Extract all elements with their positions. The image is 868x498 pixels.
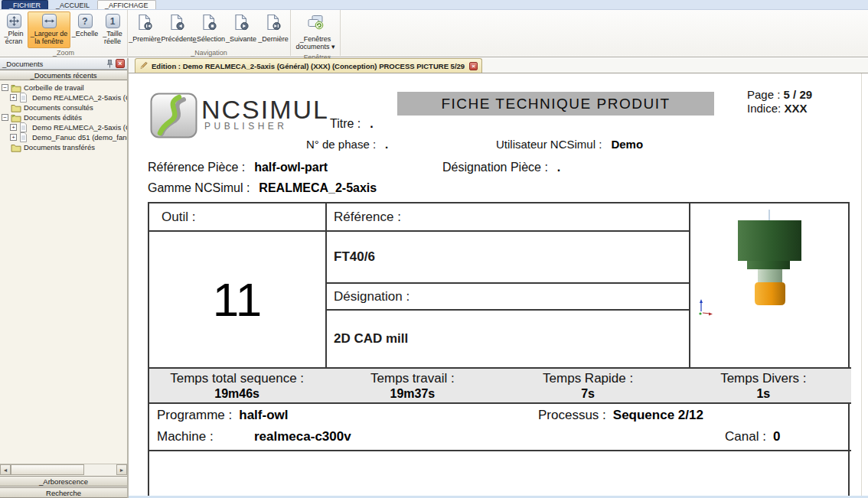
reference-piece-label: Référence Pièce : bbox=[148, 161, 245, 174]
scroll-left-button[interactable]: ◄ bbox=[0, 464, 11, 475]
indice-value: XXX bbox=[784, 102, 807, 115]
scale-button[interactable]: ? _Echelle bbox=[72, 11, 98, 48]
tab-affichage[interactable]: _AFFICHAGE bbox=[97, 0, 156, 9]
button-label: _Taille réelle bbox=[101, 30, 124, 45]
empty-section bbox=[149, 451, 851, 498]
temps-travail-cell: Temps travail : 19m37s bbox=[325, 369, 500, 402]
fullscreen-button[interactable]: _Plein écran bbox=[2, 11, 26, 48]
temps-rapide-label: Temps Rapide : bbox=[543, 371, 633, 386]
processus-label: Processus : bbox=[538, 408, 606, 423]
scrollbar-track[interactable] bbox=[11, 464, 116, 475]
fullscreen-icon bbox=[7, 14, 21, 28]
tab-fichier[interactable]: _FICHIER bbox=[2, 0, 48, 9]
gamme-label: Gamme NCSimul : bbox=[148, 181, 250, 195]
designation-header-cell: Désignation : bbox=[327, 284, 690, 311]
fit-width-button[interactable]: _Largeur de la fenêtre bbox=[28, 11, 70, 48]
reference-header-cell: Référence : bbox=[327, 203, 690, 232]
expand-icon[interactable]: + bbox=[10, 134, 17, 141]
ribbon-tab-row: _FICHIER _ACCUEIL _AFFICHAGE bbox=[0, 0, 868, 10]
sidebar-item-demo-realmeca-1[interactable]: + Demo REALMECA_2-5axis (Général bbox=[0, 93, 127, 103]
temps-rapide-value: 7s bbox=[581, 387, 595, 401]
page-selection-icon bbox=[201, 14, 217, 34]
documents-recents-header[interactable]: _Documents récents bbox=[0, 70, 127, 80]
canal-label: Canal : bbox=[725, 429, 766, 444]
temps-divers-label: Temps Divers : bbox=[720, 371, 806, 386]
scrollbar-thumb[interactable] bbox=[11, 464, 84, 475]
document-tab-close-button[interactable]: × bbox=[469, 62, 478, 70]
machine-value-wrap: realmeca-c300v bbox=[254, 429, 351, 444]
titre-row: Titre : . bbox=[330, 117, 374, 131]
tree-item-label: Demo REALMECA_2-5axis (Général bbox=[32, 93, 127, 102]
sidebar-item-demo-fanuc[interactable]: + Demo_Fanuc d51 (demo_fanuc) (X bbox=[0, 132, 127, 142]
dropdown-arrow-icon: ▾ bbox=[331, 43, 335, 50]
folder-icon bbox=[11, 103, 21, 112]
document-windows-button[interactable]: _Fenêtres documents ▾ bbox=[292, 11, 338, 53]
scroll-right-button[interactable]: ► bbox=[116, 464, 127, 475]
temps-divers-cell: Temps Divers : 1s bbox=[676, 369, 851, 402]
reference-piece-row: Référence Pièce : half-owl-part bbox=[148, 161, 328, 174]
outil-header-cell: Outil : bbox=[149, 203, 327, 232]
document-icon bbox=[19, 93, 30, 103]
page-last-icon bbox=[265, 14, 282, 34]
designation-piece-label: Désignation Pièce : bbox=[442, 161, 548, 174]
page-previous-icon bbox=[168, 14, 185, 34]
temps-divers-value: 1s bbox=[756, 387, 770, 401]
document-icon bbox=[19, 133, 30, 142]
reference-piece-value: half-owl-part bbox=[254, 161, 328, 174]
tree-item-label: Documents consultés bbox=[24, 103, 93, 112]
document-tab[interactable]: Edition : Demo REALMECA_2-5axis (Général… bbox=[135, 58, 482, 73]
axis-triad-icon bbox=[699, 299, 713, 316]
pin-icon[interactable] bbox=[105, 59, 114, 68]
sidebar-item-documents-transferes[interactable]: Documents transférés bbox=[0, 142, 127, 152]
actual-size-button[interactable]: 1 _Taille réelle bbox=[100, 11, 126, 48]
nav-previous-button[interactable]: _Précédente bbox=[162, 11, 192, 48]
nav-first-button[interactable]: _Première bbox=[129, 11, 160, 48]
documents-panel-close-button[interactable]: × bbox=[116, 59, 125, 68]
scale-icon: ? bbox=[78, 14, 93, 28]
collapse-icon[interactable]: − bbox=[2, 84, 8, 91]
tree-item-label: Demo_Fanuc d51 (demo_fanuc) (X bbox=[32, 133, 127, 142]
program-section: Programme : half-owl Processus : Sequenc… bbox=[149, 404, 851, 451]
nav-last-button[interactable]: _Dernière bbox=[258, 11, 289, 48]
phase-value: . bbox=[385, 138, 388, 151]
actual-size-icon: 1 bbox=[106, 14, 120, 28]
tab-arborescence[interactable]: _Arborescence bbox=[0, 476, 127, 487]
tree-item-label: Documents transférés bbox=[24, 143, 95, 151]
machine-value: realmeca-c300v bbox=[254, 429, 351, 444]
folder-icon bbox=[11, 143, 21, 152]
button-label: _Première bbox=[129, 35, 161, 43]
sidebar-item-demo-realmeca-2[interactable]: + Demo REALMECA_2-5axis (Général bbox=[0, 122, 127, 132]
programme-row: Programme : half-owl bbox=[157, 408, 288, 423]
temps-rapide-cell: Temps Rapide : 7s bbox=[501, 369, 676, 402]
user-value: Demo bbox=[611, 138, 643, 151]
indice-label: Indice: bbox=[747, 102, 781, 115]
group-label-navigation: _Navigation bbox=[129, 49, 289, 57]
page-indice-block: Page : 5 / 29 Indice: XXX bbox=[747, 88, 812, 116]
document-windows-icon bbox=[306, 14, 325, 34]
expand-icon[interactable]: + bbox=[10, 124, 17, 131]
nav-selection-button[interactable]: _Sélection bbox=[194, 11, 224, 48]
tab-recherche[interactable]: Recherche bbox=[0, 487, 127, 498]
app-window: _FICHIER _ACCUEIL _AFFICHAGE _Plein écra… bbox=[0, 0, 868, 498]
button-label: _Précédente bbox=[157, 35, 196, 43]
button-label: _Sélection bbox=[193, 35, 225, 43]
temps-total-cell: Temps total sequence : 19m46s bbox=[149, 369, 325, 402]
folder-icon bbox=[11, 83, 21, 93]
tab-accueil[interactable]: _ACCUEIL bbox=[48, 0, 97, 9]
sidebar-item-documents-consultes[interactable]: Documents consultés bbox=[0, 103, 127, 112]
tree-item-label: Demo REALMECA_2-5axis (Général bbox=[32, 123, 127, 132]
documents-tree: − Corbeille de travail + Demo REALMECA_2… bbox=[0, 80, 127, 464]
machine-label: Machine : bbox=[157, 429, 214, 444]
nav-next-button[interactable]: _Suivante bbox=[226, 11, 256, 48]
collapse-icon[interactable]: − bbox=[2, 114, 8, 121]
canal-row: Canal : 0 bbox=[725, 429, 780, 444]
sidebar-item-corbeille[interactable]: − Corbeille de travail bbox=[0, 83, 127, 93]
expand-icon[interactable]: + bbox=[10, 94, 17, 101]
tree-item-label: Corbeille de travail bbox=[24, 83, 84, 92]
gamme-value: REALMECA_2-5axis bbox=[259, 181, 377, 195]
button-label: _Suivante bbox=[226, 35, 256, 43]
sidebar-horizontal-scrollbar[interactable]: ◄ ► bbox=[0, 464, 127, 475]
document-icon bbox=[19, 123, 30, 132]
programme-label: Programme : bbox=[157, 408, 232, 423]
sidebar-item-documents-edites[interactable]: − Documents édités bbox=[0, 112, 127, 122]
